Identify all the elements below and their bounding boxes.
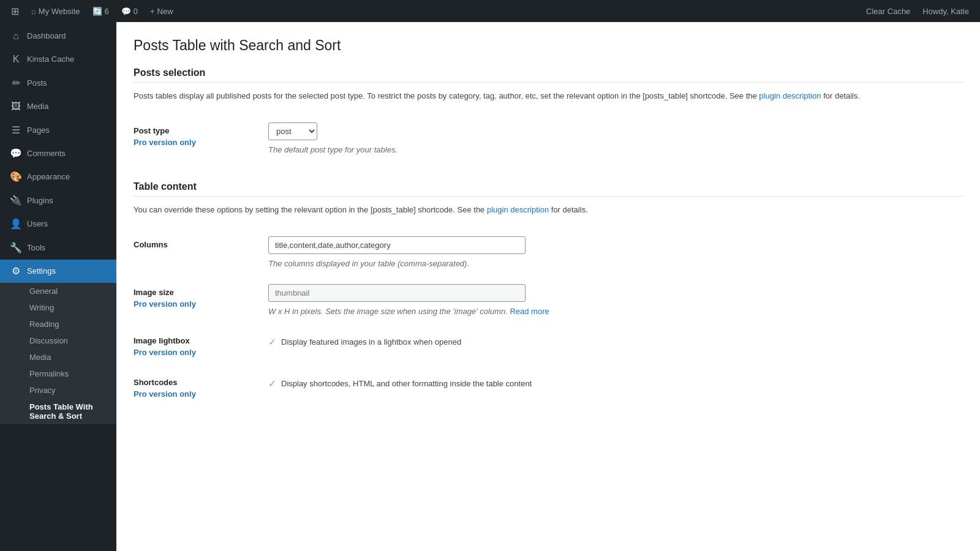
updates-count: 6 (105, 7, 109, 16)
home-icon: ⌂ (31, 7, 36, 16)
site-name: My Website (39, 7, 80, 16)
sidebar-label-kinsta: Kinsta Cache (27, 54, 74, 65)
image-lightbox-row: Image lightbox Pro version only ✓ Displa… (134, 325, 963, 367)
plugins-icon: 🔌 (10, 194, 22, 208)
table-content-heading: Table content (134, 181, 963, 197)
plugin-description-link-1[interactable]: plugin description (759, 91, 821, 100)
columns-field: The columns displayed in your table (com… (268, 229, 963, 277)
sidebar-label-pages: Pages (27, 125, 50, 136)
topbar-right: Clear Cache Howdy, Katie (860, 7, 975, 16)
plus-icon: + (150, 7, 155, 16)
wp-logo-icon: ⊞ (11, 6, 19, 17)
image-size-row: Image size Pro version only W x H in pix… (134, 277, 963, 325)
content-area: Posts Table with Search and Sort Posts s… (116, 22, 980, 551)
sidebar-label-tools: Tools (27, 242, 45, 253)
shortcodes-checkbox-row: ✓ Display shortcodes, HTML and other for… (268, 374, 963, 393)
dashboard-icon: ⌂ (10, 29, 22, 43)
posts-selection-desc-text1: Posts tables display all published posts… (134, 91, 759, 100)
sidebar-item-users[interactable]: 👤 Users (0, 212, 116, 236)
table-content-desc-text2: for details. (549, 205, 588, 214)
submenu-item-media[interactable]: Media (0, 349, 116, 365)
posts-selection-form: Post type Pro version only post The defa… (134, 115, 963, 163)
kinsta-icon: K (10, 53, 22, 66)
sidebar-label-settings: Settings (27, 266, 56, 277)
sidebar-label-plugins: Plugins (27, 195, 53, 206)
sidebar-label-media: Media (27, 101, 48, 112)
tools-icon: 🔧 (10, 241, 22, 255)
comments-side-icon: 💬 (10, 147, 22, 160)
sidebar-label-appearance: Appearance (27, 171, 70, 182)
posts-selection-desc-text2: for details. (821, 91, 861, 100)
sidebar-item-settings[interactable]: ⚙ Settings (0, 260, 116, 283)
plugin-description-link-2[interactable]: plugin description (487, 205, 549, 214)
updates-icon: 🔄 (92, 7, 102, 16)
howdy-label: Howdy, Katie (922, 7, 969, 16)
sidebar-item-appearance[interactable]: 🎨 Appearance (0, 165, 116, 189)
image-size-field: W x H in pixels. Sets the image size whe… (268, 277, 963, 325)
users-icon: 👤 (10, 217, 22, 231)
table-content-form: Columns The columns displayed in your ta… (134, 229, 963, 408)
submenu-item-privacy[interactable]: Privacy (0, 382, 116, 399)
sidebar-label-users: Users (27, 219, 48, 230)
clear-cache-button[interactable]: Clear Cache (860, 7, 916, 16)
settings-icon: ⚙ (10, 264, 22, 278)
sidebar-item-media[interactable]: 🖼 Media (0, 95, 116, 118)
image-size-read-more-link[interactable]: Read more (510, 307, 549, 316)
updates-link[interactable]: 🔄 6 (86, 0, 115, 22)
sidebar-label-posts: Posts (27, 78, 47, 89)
shortcodes-row: Shortcodes Pro version only ✓ Display sh… (134, 367, 963, 408)
image-lightbox-field: ✓ Display featured images in a lightbox … (268, 325, 963, 367)
post-type-select[interactable]: post (268, 122, 317, 140)
table-content-desc-text1: You can override these options by settin… (134, 205, 487, 214)
sidebar-item-dashboard[interactable]: ⌂ Dashboard (0, 24, 116, 48)
comments-icon: 💬 (121, 7, 131, 16)
submenu-item-permalinks[interactable]: Permalinks (0, 365, 116, 382)
sidebar: ⌂ Dashboard K Kinsta Cache ✏ Posts 🖼 Med… (0, 22, 116, 551)
submenu-item-general[interactable]: General (0, 283, 116, 299)
sidebar-item-tools[interactable]: 🔧 Tools (0, 236, 116, 260)
new-content-button[interactable]: + New (144, 0, 179, 22)
page-title: Posts Table with Search and Sort (134, 37, 963, 55)
post-type-description: The default post type for your tables. (268, 144, 963, 156)
main-content: Posts Table with Search and Sort Posts s… (116, 22, 980, 551)
image-size-input[interactable] (268, 284, 526, 302)
sidebar-item-kinsta-cache[interactable]: K Kinsta Cache (0, 48, 116, 71)
image-lightbox-checkbox-row: ✓ Display featured images in a lightbox … (268, 332, 963, 351)
site-name-link[interactable]: ⌂ My Website (25, 0, 86, 22)
columns-input[interactable] (268, 236, 526, 254)
image-lightbox-label: Image lightbox Pro version only (134, 325, 268, 367)
columns-description: The columns displayed in your table (com… (268, 258, 963, 270)
sidebar-item-plugins[interactable]: 🔌 Plugins (0, 189, 116, 212)
sidebar-item-pages[interactable]: ☰ Pages (0, 119, 116, 142)
image-lightbox-check-icon: ✓ (268, 336, 276, 348)
user-menu[interactable]: Howdy, Katie (916, 7, 975, 16)
columns-row: Columns The columns displayed in your ta… (134, 229, 963, 277)
shortcodes-check-icon: ✓ (268, 378, 276, 389)
image-size-description: W x H in pixels. Sets the image size whe… (268, 305, 963, 318)
sidebar-label-dashboard: Dashboard (27, 31, 66, 42)
clear-cache-label: Clear Cache (866, 7, 910, 16)
submenu-item-discussion[interactable]: Discussion (0, 332, 116, 349)
image-size-pro-link[interactable]: Pro version only (134, 299, 256, 309)
comments-link[interactable]: 💬 0 (115, 0, 144, 22)
media-icon: 🖼 (10, 100, 22, 113)
posts-selection-section: Posts selection Posts tables display all… (134, 67, 963, 163)
sidebar-label-comments: Comments (27, 148, 66, 159)
image-size-label: Image size Pro version only (134, 277, 268, 325)
table-content-description: You can override these options by settin… (134, 204, 963, 217)
submenu-item-writing[interactable]: Writing (0, 299, 116, 316)
sidebar-item-comments[interactable]: 💬 Comments (0, 142, 116, 165)
sidebar-item-posts[interactable]: ✏ Posts (0, 72, 116, 95)
appearance-icon: 🎨 (10, 170, 22, 184)
pages-icon: ☰ (10, 124, 22, 137)
post-type-pro-link[interactable]: Pro version only (134, 138, 256, 147)
columns-label: Columns (134, 229, 268, 277)
submenu-item-posts-table[interactable]: Posts Table With Search & Sort (0, 399, 116, 424)
shortcodes-pro-link[interactable]: Pro version only (134, 389, 256, 399)
table-content-section: Table content You can override these opt… (134, 181, 963, 408)
submenu-item-reading[interactable]: Reading (0, 316, 116, 332)
image-lightbox-pro-link[interactable]: Pro version only (134, 348, 256, 357)
wp-logo-button[interactable]: ⊞ (5, 0, 25, 22)
posts-selection-description: Posts tables display all published posts… (134, 90, 963, 103)
posts-icon: ✏ (10, 77, 22, 90)
